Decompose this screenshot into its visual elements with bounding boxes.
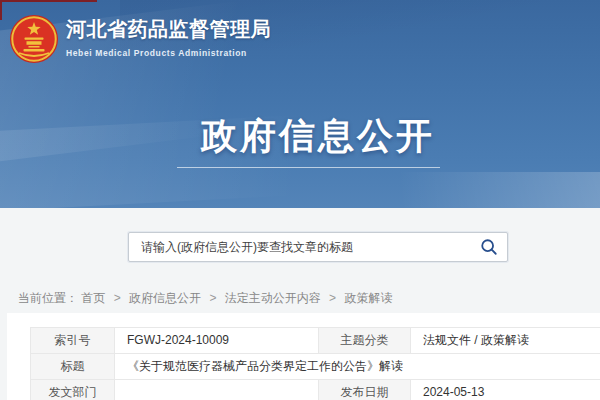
breadcrumb-separator: > [114, 291, 121, 305]
corner-strip-decoration [0, 0, 2, 20]
brand-text: 河北省药品监督管理局 Hebei Medical Products Admini… [66, 14, 271, 58]
breadcrumb-link-statutory-disclosure[interactable]: 法定主动公开内容 [225, 291, 321, 305]
page: 河北省药品监督管理局 Hebei Medical Products Admini… [0, 0, 600, 400]
breadcrumb-link-info-disclosure[interactable]: 政府信息公开 [129, 291, 201, 305]
breadcrumb: 当前位置： 首页 > 政府信息公开 > 法定主动公开内容 > 政策解读 [18, 290, 392, 307]
field-value-department [115, 380, 319, 400]
field-label-title: 标题 [31, 354, 115, 380]
field-value-publish-date: 2024-05-13 [411, 380, 600, 400]
field-value-index: FGWJ-2024-10009 [115, 328, 319, 354]
site-header: 河北省药品监督管理局 Hebei Medical Products Admini… [0, 0, 600, 208]
breadcrumb-separator: > [209, 291, 216, 305]
search-icon [480, 238, 498, 256]
field-label-category: 主题分类 [319, 328, 411, 354]
breadcrumb-link-policy-interpretation[interactable]: 政策解读 [344, 291, 392, 305]
search-input[interactable] [129, 233, 477, 261]
field-value-category: 法规文件 / 政策解读 [411, 328, 600, 354]
banner-wave-decoration [310, 172, 600, 208]
agency-name-english: Hebei Medical Products Administration [66, 48, 271, 58]
banner-underline-decoration [177, 167, 440, 168]
breadcrumb-prefix: 当前位置： [18, 291, 78, 305]
breadcrumb-link-home[interactable]: 首页 [81, 291, 105, 305]
search-box [128, 232, 508, 262]
corner-strip-decoration [0, 0, 97, 2]
agency-name: 河北省药品监督管理局 [66, 16, 271, 43]
field-label-department: 发文部门 [31, 380, 115, 400]
field-label-publish-date: 发布日期 [319, 380, 411, 400]
field-value-title: 《关于规范医疗器械产品分类界定工作的公告》解读 [115, 354, 600, 380]
site-brand[interactable]: 河北省药品监督管理局 Hebei Medical Products Admini… [9, 14, 271, 64]
banner-title: 政府信息公开 [18, 112, 600, 161]
national-emblem-logo [9, 14, 59, 64]
main-content: 当前位置： 首页 > 政府信息公开 > 法定主动公开内容 > 政策解读 索引号 … [0, 208, 600, 400]
field-label-index: 索引号 [31, 328, 115, 354]
document-info-table: 索引号 FGWJ-2024-10009 主题分类 法规文件 / 政策解读 标题 … [30, 327, 600, 400]
breadcrumb-separator: > [329, 291, 336, 305]
content-panel: 索引号 FGWJ-2024-10009 主题分类 法规文件 / 政策解读 标题 … [7, 313, 600, 400]
search-button[interactable] [477, 233, 507, 261]
